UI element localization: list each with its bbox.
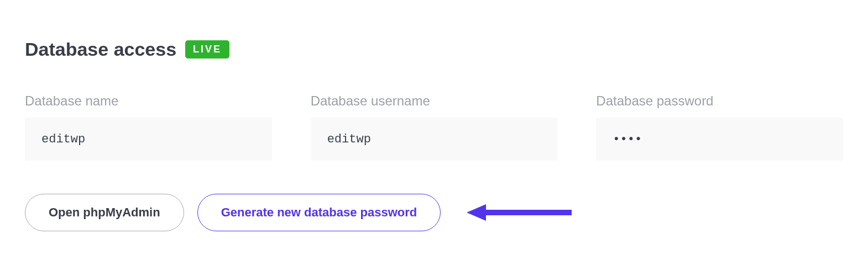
open-phpmyadmin-button[interactable]: Open phpMyAdmin: [25, 194, 184, 231]
fields-row: Database name editwp Database username e…: [25, 93, 843, 161]
field-label: Database name: [25, 93, 272, 109]
generate-password-button[interactable]: Generate new database password: [197, 194, 441, 231]
section-header: Database access LIVE: [25, 39, 843, 60]
annotation-arrow-icon: [464, 201, 574, 224]
field-label: Database password: [596, 93, 843, 109]
field-database-username: Database username editwp: [311, 93, 558, 161]
field-database-password: Database password ••••: [596, 93, 843, 161]
database-password-value[interactable]: ••••: [596, 118, 843, 161]
database-username-value[interactable]: editwp: [311, 118, 558, 161]
section-title: Database access: [25, 39, 176, 60]
field-database-name: Database name editwp: [25, 93, 272, 161]
buttons-row: Open phpMyAdmin Generate new database pa…: [25, 194, 843, 231]
field-label: Database username: [311, 93, 558, 109]
database-name-value[interactable]: editwp: [25, 118, 272, 161]
environment-badge: LIVE: [185, 40, 229, 59]
svg-marker-1: [467, 204, 486, 221]
